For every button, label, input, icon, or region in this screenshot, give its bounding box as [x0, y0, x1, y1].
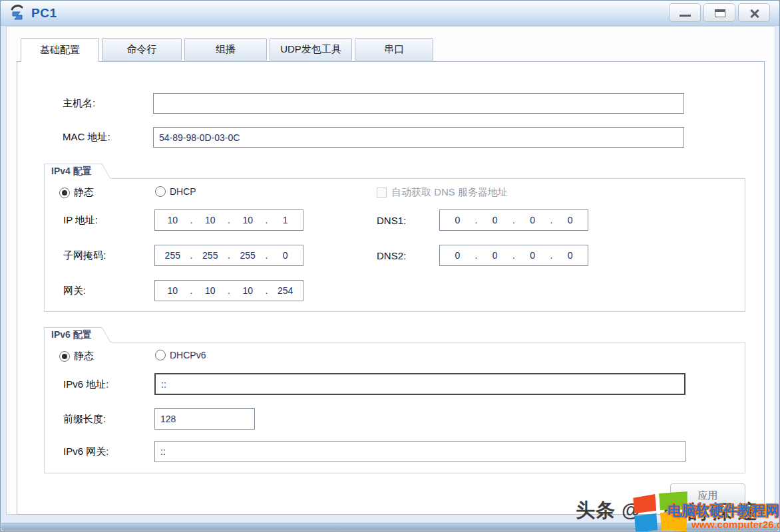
mac-address-input[interactable] [153, 127, 684, 148]
watermark-site-url: www.computer26.com [691, 519, 780, 530]
ip-address-label: IP 地址: [63, 214, 98, 227]
pc-config-window: PC1 基础配置 命令行 组播 UDP发包工具 串口 主机名: MAC 地址: [0, 0, 780, 532]
dns1-input[interactable]: 0 0 0 0 [439, 209, 588, 231]
ip-octet: 0 [515, 250, 550, 261]
ipv4-static-radio[interactable]: 静态 [59, 186, 94, 199]
ipv6-group: 静态 DHCPv6 IPv6 地址: 前缀长度: IPv6 网关: [44, 342, 745, 473]
checkbox-unchecked-icon [377, 188, 387, 198]
radio-selected-icon [59, 351, 70, 362]
ip-octet: 0 [552, 250, 588, 261]
ipv6-static-label: 静态 [74, 350, 94, 362]
tab-basic-config[interactable]: 基础配置 [21, 38, 99, 62]
auto-dns-checkbox[interactable]: 自动获取 DNS 服务器地址 [377, 186, 508, 199]
ipv6-section-tab: IPv6 配置 [44, 327, 97, 342]
ipv4-section-title: IPv4 配置 [51, 166, 92, 176]
radio-unselected-icon [155, 186, 166, 197]
hostname-label: 主机名: [63, 97, 95, 110]
tab-serial[interactable]: 串口 [355, 38, 433, 61]
prefix-length-label: 前缀长度: [63, 413, 106, 426]
radio-unselected-icon [155, 350, 166, 360]
ip-octet: 0 [268, 250, 303, 261]
ip-octet: 255 [230, 250, 266, 261]
dns1-label: DNS1: [377, 215, 406, 226]
ipv4-group: 静态 DHCP 自动获取 DNS 服务器地址 IP 地址: 10 10 10 1… [44, 178, 745, 312]
ipv4-static-label: 静态 [74, 186, 94, 199]
ip-octet: 10 [192, 285, 228, 296]
ip-octet: 0 [440, 250, 475, 261]
maximize-icon [715, 9, 725, 17]
ip-octet: 255 [192, 250, 228, 261]
ip-octet: 0 [515, 215, 550, 225]
basic-config-panel: 主机名: MAC 地址: IPv4 配置 静态 DHCP 自动获取 DNS 服务… [17, 61, 765, 515]
titlebar: PC1 [1, 1, 779, 26]
watermark-site-name: 电脑软硬件教程网 [668, 501, 779, 520]
ipv6-section-title: IPv6 配置 [51, 329, 92, 340]
ipv6-static-radio[interactable]: 静态 [59, 350, 94, 362]
ip-address-input[interactable]: 10 10 10 1 [154, 209, 303, 231]
ip-octet: 254 [268, 285, 303, 296]
window-controls [669, 3, 770, 22]
ip-octet: 10 [192, 215, 228, 225]
dns2-input[interactable]: 0 0 0 0 [439, 245, 588, 266]
close-icon [749, 8, 760, 19]
ip-octet: 10 [155, 215, 190, 225]
ip-octet: 0 [552, 215, 588, 225]
ipv4-dhcp-radio[interactable]: DHCP [155, 186, 196, 197]
hostname-input[interactable] [153, 93, 684, 114]
ip-octet: 255 [155, 250, 190, 261]
ipv6-dhcp-radio[interactable]: DHCPv6 [155, 350, 206, 360]
ip-octet: 1 [268, 215, 303, 225]
ip-octet: 10 [230, 285, 266, 296]
ipv6-gateway-label: IPv6 网关: [63, 446, 108, 458]
ipv4-dhcp-label: DHCP [170, 186, 196, 197]
minimize-button[interactable] [669, 3, 701, 22]
ip-octet: 10 [155, 285, 190, 296]
prefix-length-input[interactable] [154, 408, 255, 430]
window-title: PC1 [31, 6, 57, 21]
tab-bar: 基础配置 命令行 组播 UDP发包工具 串口 [21, 38, 433, 62]
mac-address-label: MAC 地址: [63, 131, 110, 144]
radio-selected-icon [59, 188, 70, 198]
close-button[interactable] [738, 3, 770, 22]
auto-dns-label: 自动获取 DNS 服务器地址 [391, 186, 508, 199]
ipv6-dhcp-label: DHCPv6 [170, 350, 206, 360]
tab-command-line[interactable]: 命令行 [102, 38, 182, 61]
subnet-mask-input[interactable]: 255 255 255 0 [154, 245, 303, 266]
ip-octet: 10 [230, 215, 266, 225]
ip-octet: 0 [477, 215, 512, 225]
ipv6-gateway-input[interactable] [154, 441, 685, 462]
dns2-label: DNS2: [377, 250, 406, 261]
minimize-icon [680, 15, 691, 17]
gateway-input[interactable]: 10 10 10 254 [154, 280, 303, 301]
ensp-pc-icon [9, 4, 27, 23]
maximize-button[interactable] [703, 3, 735, 22]
ipv4-section-tab: IPv4 配置 [44, 164, 97, 179]
ip-octet: 0 [477, 250, 512, 261]
ipv6-address-input[interactable] [154, 373, 685, 395]
tab-multicast[interactable]: 组播 [184, 38, 267, 61]
gateway-label: 网关: [63, 285, 86, 297]
ip-octet: 0 [440, 215, 475, 225]
tab-udp-tool[interactable]: UDP发包工具 [270, 38, 352, 61]
subnet-mask-label: 子网掩码: [63, 249, 106, 262]
ipv6-address-label: IPv6 地址: [63, 378, 108, 391]
